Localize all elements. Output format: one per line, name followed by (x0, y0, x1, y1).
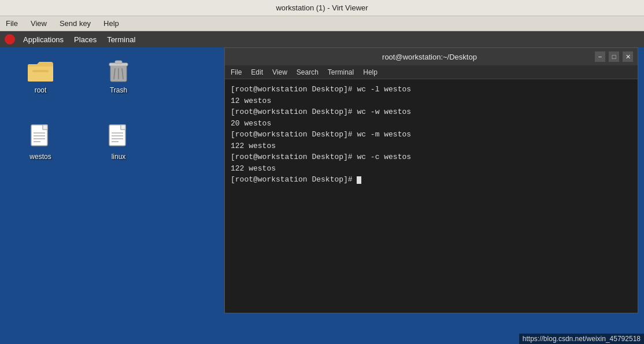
terminal-menu-bar: File Edit View Search Terminal Help (225, 65, 638, 79)
window-controls: − □ ✕ (595, 51, 633, 62)
output-line-8: 122 westos (231, 163, 632, 175)
desktop-icon-trash[interactable]: Trash (95, 56, 142, 94)
trash-label: Trash (110, 86, 127, 94)
maximize-button[interactable]: □ (609, 51, 619, 62)
gnome-applications[interactable]: Applications (18, 34, 68, 45)
trash-icon (105, 56, 132, 84)
applications-icon (5, 34, 15, 45)
terminal-window: root@workstation:~/Desktop − □ ✕ File Ed… (224, 47, 638, 313)
term-menu-file[interactable]: File (228, 67, 244, 77)
url-text: https://blog.csdn.net/weixin_45792518 (523, 335, 641, 343)
term-menu-view[interactable]: View (270, 67, 290, 77)
menu-sendkey[interactable]: Send key (56, 18, 94, 29)
desktop-icon-root[interactable]: root (17, 56, 64, 94)
linux-label: linux (112, 153, 126, 161)
term-menu-help[interactable]: Help (361, 67, 380, 77)
file-icon-westos (27, 123, 54, 150)
svg-rect-11 (43, 125, 47, 130)
app-menu-bar: File View Send key Help (0, 16, 644, 31)
output-line-6: 122 westos (231, 140, 632, 152)
menu-file[interactable]: File (2, 18, 21, 29)
folder-icon (27, 56, 54, 84)
close-button[interactable]: ✕ (623, 51, 633, 62)
terminal-title: root@workstation:~/Desktop (264, 53, 595, 61)
svg-rect-2 (28, 66, 53, 82)
westos-label: westos (29, 153, 51, 161)
output-line-2: 12 westos (231, 95, 632, 107)
terminal-output[interactable]: [root@workstation Desktop]# wc -l westos… (225, 79, 638, 313)
svg-rect-6 (115, 61, 122, 64)
output-line-5: [root@workstation Desktop]# wc -m westos (231, 129, 632, 140)
root-label: root (35, 86, 47, 94)
output-line-7: [root@workstation Desktop]# wc -c westos (231, 151, 632, 163)
file-icon-linux (105, 123, 132, 150)
cursor (357, 176, 361, 184)
svg-rect-3 (32, 70, 49, 72)
output-line-3: [root@workstation Desktop]# wc -w westos (231, 106, 632, 118)
menu-help[interactable]: Help (100, 18, 123, 29)
title-bar: workstation (1) - Virt Viewer (0, 0, 644, 16)
desktop-icon-westos[interactable]: westos (17, 123, 64, 161)
output-line-9: [root@workstation Desktop]# (231, 174, 632, 186)
svg-rect-17 (121, 125, 125, 130)
gnome-top-bar: Applications Places Terminal (0, 31, 644, 47)
gnome-places[interactable]: Places (69, 34, 101, 45)
desktop-icon-linux[interactable]: linux (95, 123, 142, 161)
term-menu-edit[interactable]: Edit (249, 67, 265, 77)
gnome-terminal[interactable]: Terminal (102, 34, 140, 45)
term-menu-terminal[interactable]: Terminal (325, 67, 356, 77)
url-bar: https://blog.csdn.net/weixin_45792518 (519, 334, 644, 344)
desktop: root Trash westos (0, 47, 644, 344)
output-line-4: 20 westos (231, 118, 632, 130)
term-menu-search[interactable]: Search (294, 67, 321, 77)
terminal-titlebar: root@workstation:~/Desktop − □ ✕ (225, 48, 638, 65)
output-line-1: [root@workstation Desktop]# wc -l westos (231, 84, 632, 95)
minimize-button[interactable]: − (595, 51, 605, 62)
menu-view[interactable]: View (27, 18, 50, 29)
window-title: workstation (1) - Virt Viewer (276, 3, 368, 12)
